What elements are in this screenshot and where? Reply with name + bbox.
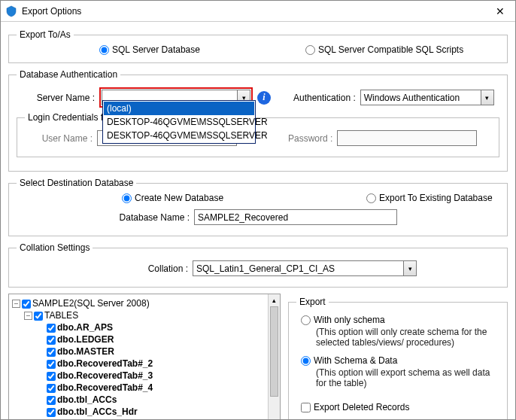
tree-item[interactable]: dbo.AR_APS xyxy=(36,321,278,333)
database-authentication-group: Database Authentication Server Name : ▾ … xyxy=(8,69,508,172)
collapse-icon[interactable]: – xyxy=(24,312,32,320)
check-export-deleted[interactable]: Export Deleted Records xyxy=(301,402,495,412)
chevron-down-icon[interactable]: ▾ xyxy=(403,261,416,275)
tree-checkbox[interactable] xyxy=(47,384,56,393)
window-title: Export Options xyxy=(22,6,490,17)
radio-export-existing-db[interactable]: Export To Existing Database xyxy=(366,193,493,203)
radio-with-only-schema-label: With only schema xyxy=(314,315,385,325)
tree-checkbox[interactable] xyxy=(47,396,56,405)
export-to-as-group: Export To/As SQL Server Database SQL Ser… xyxy=(8,29,508,63)
server-name-label: Server Name : xyxy=(17,93,95,103)
tree-checkbox[interactable] xyxy=(47,408,56,417)
tree-checkbox[interactable] xyxy=(47,360,56,369)
password-label: Password : xyxy=(288,133,332,144)
tree-item[interactable]: dbo.tbl_ACCs_Hdr xyxy=(36,406,278,418)
dropdown-option-local[interactable]: (local) xyxy=(104,102,254,115)
radio-export-existing-db-label: Export To Existing Database xyxy=(379,193,493,203)
collation-value: SQL_Latin1_General_CP1_CI_AS xyxy=(193,263,403,274)
collation-combo[interactable]: SQL_Latin1_General_CP1_CI_AS ▾ xyxy=(193,260,417,276)
dropdown-option-desktop2[interactable]: DESKTOP-46QGVME\MSSQLSERVER xyxy=(104,129,254,142)
radio-create-new-db-label: Create New Database xyxy=(135,193,223,203)
radio-with-schema-data-label: With Schema & Data xyxy=(314,355,397,366)
collapse-icon[interactable]: – xyxy=(12,300,20,308)
authentication-value: Windows Authentication xyxy=(361,93,481,103)
password-input[interactable] xyxy=(337,130,477,146)
app-icon xyxy=(5,5,17,17)
collation-label: Collation : xyxy=(122,263,188,274)
radio-sql-server-database[interactable]: SQL Server Database xyxy=(99,44,200,55)
tree-scrollbar[interactable]: ▴ ▾ xyxy=(268,294,280,420)
export-to-as-legend: Export To/As xyxy=(17,29,74,40)
radio-with-only-schema[interactable]: With only schema xyxy=(301,315,495,325)
select-destination-legend: Select Destination Database xyxy=(17,178,136,188)
scroll-thumb[interactable] xyxy=(270,306,278,397)
export-legend: Export xyxy=(296,297,329,307)
object-tree[interactable]: –SAMPLE2(SQL Server 2008) –TABLES dbo.AR… xyxy=(8,294,281,420)
authentication-label: Authentication : xyxy=(293,93,356,103)
user-name-label: User Name : xyxy=(25,133,93,144)
tree-item[interactable]: dbo.RecoveredTab#_3 xyxy=(36,370,278,382)
radio-sql-server-database-input[interactable] xyxy=(99,45,109,55)
radio-export-existing-db-input[interactable] xyxy=(366,193,376,203)
tree-item[interactable]: dbo.LEDGER xyxy=(36,333,278,345)
tree-tables[interactable]: –TABLES dbo.AR_APS dbo.LEDGER dbo.MASTER… xyxy=(24,309,278,418)
radio-sql-scripts-input[interactable] xyxy=(305,45,315,55)
tree-item[interactable]: dbo.MASTER xyxy=(36,345,278,358)
select-destination-group: Select Destination Database Create New D… xyxy=(8,178,508,236)
scroll-track[interactable] xyxy=(269,306,280,420)
tree-checkbox[interactable] xyxy=(47,336,56,345)
tree-checkbox[interactable] xyxy=(47,324,56,333)
check-export-deleted-label: Export Deleted Records xyxy=(314,402,409,412)
with-schema-data-desc: (This option will export schema as well … xyxy=(301,367,495,388)
radio-with-schema-data-input[interactable] xyxy=(301,356,311,366)
collation-settings-legend: Collation Settings xyxy=(17,242,93,253)
chevron-down-icon[interactable]: ▾ xyxy=(481,90,493,105)
tree-item[interactable]: dbo.RecoveredTab#_2 xyxy=(36,358,278,370)
server-name-dropdown[interactable]: (local) DESKTOP-46QGVME\MSSQLSERVER DESK… xyxy=(102,100,256,144)
tree-item[interactable]: dbo.RecoveredTab#_4 xyxy=(36,382,278,394)
database-authentication-legend: Database Authentication xyxy=(17,69,120,80)
titlebar: Export Options ✕ xyxy=(1,1,515,22)
radio-sql-scripts-label: SQL Server Compatible SQL Scripts xyxy=(318,44,463,55)
close-icon[interactable]: ✕ xyxy=(490,2,511,20)
tree-item[interactable]: dbo.tbl_ACCs xyxy=(36,394,278,406)
tree-checkbox[interactable] xyxy=(47,372,56,381)
radio-with-schema-data[interactable]: With Schema & Data xyxy=(301,355,495,366)
with-only-schema-desc: (This option will only create schema for… xyxy=(301,327,495,348)
database-name-input[interactable] xyxy=(194,209,397,225)
tree-checkbox[interactable] xyxy=(47,348,56,357)
tree-checkbox[interactable] xyxy=(22,300,31,309)
dropdown-option-desktop1[interactable]: DESKTOP-46QGVME\MSSQLSERVER xyxy=(104,115,254,129)
authentication-combo[interactable]: Windows Authentication ▾ xyxy=(360,90,494,105)
radio-create-new-db-input[interactable] xyxy=(122,193,132,203)
radio-create-new-db[interactable]: Create New Database xyxy=(122,193,223,203)
radio-with-only-schema-input[interactable] xyxy=(301,315,311,325)
collation-settings-group: Collation Settings Collation : SQL_Latin… xyxy=(8,242,508,288)
tree-checkbox[interactable] xyxy=(34,312,43,321)
export-group: Export With only schema (This option wil… xyxy=(288,297,508,420)
database-name-label: Database Name : xyxy=(92,212,190,223)
tree-root[interactable]: –SAMPLE2(SQL Server 2008) –TABLES dbo.AR… xyxy=(12,297,278,420)
check-export-deleted-input[interactable] xyxy=(301,403,311,412)
info-icon[interactable]: i xyxy=(257,91,271,105)
radio-sql-scripts[interactable]: SQL Server Compatible SQL Scripts xyxy=(305,44,463,55)
scroll-up-icon[interactable]: ▴ xyxy=(269,294,280,306)
radio-sql-server-database-label: SQL Server Database xyxy=(112,44,200,55)
